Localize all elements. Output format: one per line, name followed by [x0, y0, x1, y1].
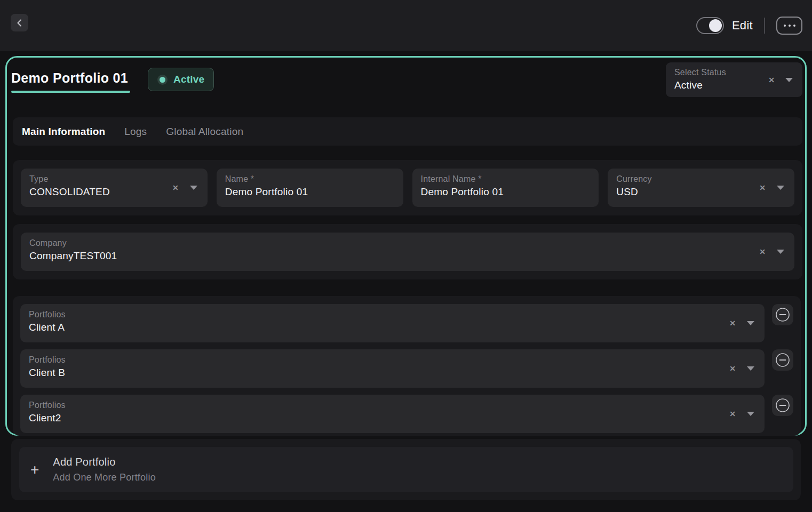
status-badge: Active [148, 68, 214, 91]
portfolio-card: Demo Portfolio 01 Active Select Status A… [5, 56, 807, 436]
portfolio-select-3[interactable]: Portfolios Client2 ✕ [20, 395, 765, 433]
chevron-down-icon[interactable] [777, 250, 784, 254]
status-select-value: Active [674, 79, 794, 91]
status-select-dropdown[interactable]: Select Status Active ✕ [666, 62, 802, 97]
clear-icon[interactable]: ✕ [768, 76, 775, 84]
page-title: Demo Portfolio 01 [11, 70, 128, 86]
portfolio-label: Portfolios [29, 310, 756, 319]
portfolio-select-1[interactable]: Portfolios Client A ✕ [20, 304, 765, 342]
add-portfolio-subtitle: Add One More Portfolio [53, 472, 156, 483]
plus-icon: + [30, 462, 39, 477]
chevron-down-icon[interactable] [785, 78, 793, 82]
chevron-down-icon[interactable] [777, 186, 784, 190]
clear-icon[interactable]: ✕ [729, 319, 736, 327]
name-value: Demo Portfolio 01 [225, 186, 395, 198]
top-bar: Edit [0, 0, 812, 51]
edit-toggle-knob [709, 19, 722, 32]
edit-toggle[interactable] [696, 17, 724, 34]
portfolio-row: Portfolios Client A ✕ [20, 304, 793, 342]
more-options-button[interactable] [776, 17, 802, 35]
back-button[interactable] [11, 14, 28, 31]
portfolio-label: Portfolios [29, 401, 756, 410]
main-fields-row: Type CONSOLIDATED ✕ Name * Demo Portfoli… [13, 160, 802, 215]
portfolio-label: Portfolios [29, 355, 756, 365]
portfolio-value: Client B [29, 367, 756, 379]
tab-global-allocation[interactable]: Global Allocation [166, 126, 243, 138]
internal-name-field[interactable]: Internal Name * Demo Portfolio 01 [412, 169, 599, 207]
chevron-down-icon[interactable] [747, 412, 754, 416]
status-badge-label: Active [173, 74, 204, 85]
type-label: Type [29, 174, 199, 184]
portfolios-panel: Portfolios Client A ✕ Portfolios Client … [13, 296, 801, 436]
internal-name-label: Internal Name * [421, 174, 591, 184]
name-field[interactable]: Name * Demo Portfolio 01 [217, 169, 403, 207]
clear-icon[interactable]: ✕ [729, 410, 736, 418]
currency-select[interactable]: Currency USD ✕ [608, 169, 794, 207]
clear-icon[interactable]: ✕ [729, 364, 736, 373]
portfolio-value: Client2 [29, 412, 756, 424]
chevron-down-icon[interactable] [190, 186, 197, 190]
remove-portfolio-button[interactable] [772, 349, 793, 371]
status-select-label: Select Status [674, 68, 794, 77]
chevron-left-icon [15, 19, 24, 27]
add-portfolio-button[interactable]: + Add Portfolio Add One More Portfolio [19, 447, 793, 492]
type-select[interactable]: Type CONSOLIDATED ✕ [21, 169, 208, 207]
remove-portfolio-button[interactable] [772, 304, 793, 325]
status-dot-icon [157, 75, 168, 85]
clear-icon[interactable]: ✕ [759, 247, 766, 256]
name-label: Name * [225, 174, 395, 184]
tab-bar: Main Information Logs Global Allocation [13, 117, 802, 146]
portfolio-row: Portfolios Client2 ✕ [20, 395, 793, 433]
minus-circle-icon [775, 397, 791, 413]
add-portfolio-section: + Add Portfolio Add One More Portfolio [11, 439, 801, 500]
ellipsis-icon [784, 25, 795, 27]
portfolio-value: Client A [29, 322, 756, 333]
top-bar-actions: Edit [696, 0, 802, 51]
tab-logs[interactable]: Logs [124, 126, 147, 138]
edit-toggle-label: Edit [732, 19, 753, 33]
add-portfolio-text: Add Portfolio Add One More Portfolio [53, 456, 156, 483]
company-row: Company CompanyTEST001 ✕ [13, 224, 802, 279]
header-divider [764, 18, 765, 34]
add-portfolio-title: Add Portfolio [53, 456, 156, 468]
page-title-block: Demo Portfolio 01 [11, 70, 128, 93]
portfolio-row: Portfolios Client B ✕ [20, 349, 793, 388]
company-value: CompanyTEST001 [29, 250, 786, 262]
clear-icon[interactable]: ✕ [172, 183, 179, 192]
clear-icon[interactable]: ✕ [759, 183, 766, 192]
company-label: Company [29, 238, 786, 248]
chevron-down-icon[interactable] [747, 321, 754, 325]
minus-circle-icon [775, 352, 791, 368]
portfolio-select-2[interactable]: Portfolios Client B ✕ [20, 349, 765, 388]
title-underline [11, 91, 130, 93]
tab-main-information[interactable]: Main Information [22, 126, 105, 138]
currency-label: Currency [616, 174, 786, 184]
chevron-down-icon[interactable] [747, 366, 754, 371]
minus-circle-icon [775, 307, 791, 323]
remove-portfolio-button[interactable] [772, 395, 793, 416]
company-select[interactable]: Company CompanyTEST001 ✕ [21, 233, 794, 271]
internal-name-value: Demo Portfolio 01 [421, 186, 591, 198]
